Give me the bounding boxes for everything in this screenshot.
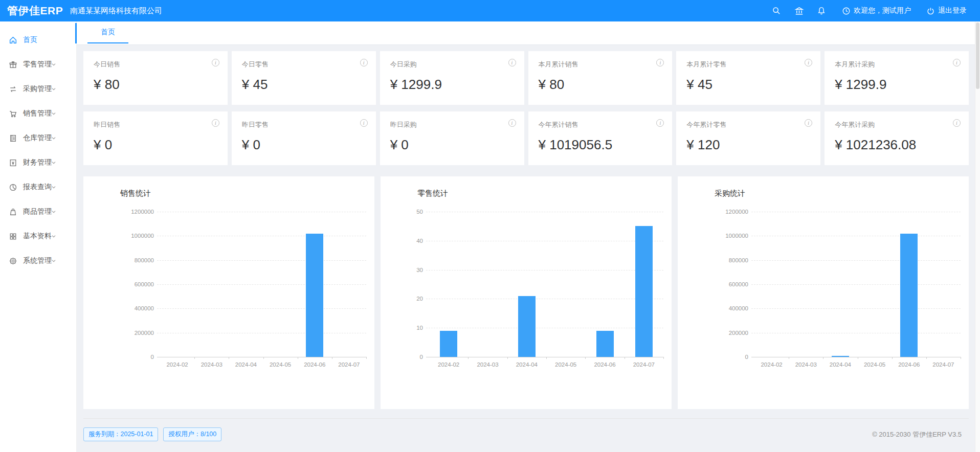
bar-2024-06[interactable] (900, 234, 918, 357)
info-icon[interactable]: i (656, 59, 664, 66)
sidebar-item-finance[interactable]: 财务管理 (0, 150, 76, 175)
sidebar-item-warehouse[interactable]: 仓库管理 (0, 126, 76, 150)
info-icon[interactable]: i (360, 59, 368, 66)
stat-card-today-purchase: 今日采购 i ¥ 1299.9 (380, 51, 524, 105)
footer: 服务到期：2025-01-01 授权用户：8/100 © 2015-2030 管… (83, 418, 969, 441)
x-axis-line (157, 357, 366, 357)
charts-row: 销售统计 02000004000006000008000001000000120… (83, 176, 969, 409)
bar-2024-04[interactable] (518, 296, 536, 357)
x-axis-tick-label: 2024-02 (160, 361, 195, 368)
user-welcome[interactable]: 欢迎您，测试用户 (842, 6, 911, 15)
x-axis-tick-label: 2024-03 (470, 361, 506, 368)
x-axis-tick (858, 357, 858, 359)
stat-card-year-retail: 今年累计零售 i ¥ 120 (676, 111, 820, 165)
sidebar-item-label: 系统管理 (23, 256, 52, 265)
stat-label: 本月累计零售 (686, 60, 810, 69)
tab-bar: 首页 (77, 21, 980, 45)
stat-label: 今日销售 (94, 60, 217, 69)
gridline (751, 236, 961, 236)
stat-label: 昨日销售 (94, 120, 217, 129)
info-icon[interactable]: i (360, 119, 368, 127)
home-icon (9, 36, 17, 44)
stat-label: 今年累计采购 (835, 120, 959, 129)
goods-icon (9, 208, 17, 216)
y-axis-tick-label: 50 (381, 208, 423, 215)
x-axis-tick-label: 2024-07 (626, 361, 662, 368)
y-axis-tick-label: 1200000 (83, 208, 154, 215)
info-icon[interactable]: i (656, 119, 664, 127)
stat-card-year-purchase: 今年累计采购 i ¥ 1021236.08 (825, 111, 969, 165)
app-header: 管伊佳ERP 南通某某网络科技有限公司 欢迎您，测试用户 (0, 0, 980, 21)
gridline (426, 212, 663, 212)
x-axis-tick (625, 357, 625, 359)
bell-icon[interactable] (816, 6, 827, 16)
info-icon[interactable]: i (953, 59, 961, 66)
sidebar-item-label: 基本资料 (23, 232, 52, 241)
stat-label: 今日零售 (242, 60, 366, 69)
info-icon[interactable]: i (508, 119, 516, 127)
sidebar-item-basedata[interactable]: 基本资料 (0, 224, 76, 248)
power-icon (926, 7, 935, 15)
tab-home[interactable]: 首页 (87, 21, 128, 43)
stat-card-yesterday-sales: 昨日销售 i ¥ 0 (83, 111, 228, 165)
x-axis-tick (961, 357, 961, 359)
retail-icon (9, 60, 17, 69)
gridline (751, 212, 961, 212)
settings-icon (9, 257, 17, 265)
stat-card-yesterday-purchase: 昨日采购 i ¥ 0 (380, 111, 524, 165)
info-icon[interactable]: i (805, 119, 812, 127)
stat-card-today-sales: 今日销售 i ¥ 80 (83, 51, 228, 105)
bar-2024-04[interactable] (832, 356, 849, 357)
y-axis-tick-label: 20 (381, 295, 423, 302)
sidebar-item-label: 采购管理 (23, 84, 52, 94)
info-icon[interactable]: i (805, 59, 812, 66)
search-icon[interactable] (771, 6, 782, 16)
sidebar-item-purchase[interactable]: 采购管理 (0, 77, 76, 101)
sidebar-item-reports[interactable]: 报表查询 (0, 175, 76, 199)
gridline (157, 308, 366, 309)
y-axis-tick-label: 0 (678, 353, 748, 360)
bank-icon[interactable] (794, 6, 804, 16)
x-axis-tick-label: 2024-04 (228, 361, 264, 368)
x-axis-line (751, 357, 961, 357)
retail-chart-card: 零售统计 010203040502024-022024-032024-04202… (381, 176, 672, 409)
stat-value: ¥ 0 (94, 137, 217, 153)
info-icon[interactable]: i (953, 119, 961, 127)
bar-2024-07[interactable] (635, 226, 653, 357)
stat-label: 今日采购 (390, 60, 514, 69)
stat-label: 昨日采购 (390, 120, 514, 129)
y-axis-tick-label: 400000 (83, 305, 154, 312)
gridline (751, 260, 961, 261)
bar-2024-02[interactable] (440, 331, 457, 357)
info-icon[interactable]: i (212, 59, 219, 66)
sidebar-item-system[interactable]: 系统管理 (0, 248, 76, 273)
stat-value: ¥ 45 (242, 77, 366, 93)
sidebar-item-goods[interactable]: 商品管理 (0, 199, 76, 224)
sidebar-item-home[interactable]: 首页 (0, 28, 76, 52)
x-axis-tick (823, 357, 823, 359)
y-axis-tick-label: 600000 (83, 281, 154, 288)
bar-2024-06[interactable] (596, 331, 614, 357)
y-axis-tick-label: 400000 (678, 305, 748, 312)
vertical-scrollbar[interactable] (975, 21, 980, 452)
y-axis-tick-label: 0 (83, 353, 154, 360)
service-expiry-badge: 服务到期：2025-01-01 (83, 427, 158, 441)
x-axis-tick (789, 357, 789, 359)
app-logo: 管伊佳ERP (0, 4, 70, 18)
stat-value: ¥ 0 (242, 137, 366, 153)
info-icon[interactable]: i (212, 119, 219, 127)
sidebar-item-sales[interactable]: 销售管理 (0, 101, 76, 126)
x-axis-tick (546, 357, 547, 359)
bar-2024-06[interactable] (306, 234, 323, 357)
finance-icon (9, 159, 17, 167)
info-icon[interactable]: i (508, 59, 516, 66)
stat-card-month-purchase: 本月累计采购 i ¥ 1299.9 (825, 51, 969, 105)
sidebar-item-retail[interactable]: 零售管理 (0, 52, 76, 77)
x-axis-tick (298, 357, 298, 359)
gridline (751, 284, 961, 285)
scrollbar-thumb[interactable] (976, 22, 979, 89)
x-axis-tick-label: 2024-07 (331, 361, 367, 368)
logout-button[interactable]: 退出登录 (926, 6, 967, 15)
y-axis-tick-label: 1200000 (678, 208, 748, 215)
y-axis-tick-label: 200000 (678, 329, 748, 336)
